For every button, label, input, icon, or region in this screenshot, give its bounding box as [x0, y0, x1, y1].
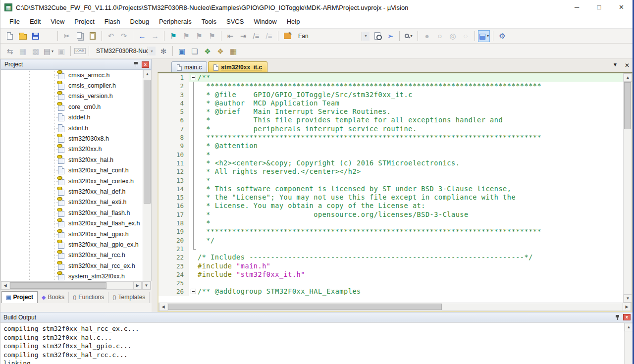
- tree-item[interactable]: stdint.h: [1, 123, 151, 133]
- project-tree-horizontal-scrollbar[interactable]: ◀ ▶ ▼: [0, 281, 151, 290]
- configure-wrench-icon[interactable]: ⚙: [496, 30, 508, 42]
- code-text[interactable]: ****************************************…: [198, 133, 623, 142]
- menu-help[interactable]: Help: [282, 16, 305, 27]
- breakpoint-enable-icon[interactable]: ○: [434, 30, 446, 42]
- line-number[interactable]: 11: [158, 159, 189, 167]
- find-document-icon[interactable]: [371, 30, 383, 42]
- unindent-icon[interactable]: ⇤: [224, 30, 236, 42]
- code-line[interactable]: 1/**: [158, 73, 623, 82]
- scroll-down-icon[interactable]: ▼: [142, 281, 151, 290]
- panel-tab-functions[interactable]: ()Functions: [69, 292, 108, 303]
- code-text[interactable]: /** @addtogroup STM32F0xx_HAL_Examples: [198, 287, 623, 296]
- code-line[interactable]: 16 * License. You may obtain a copy of t…: [158, 202, 623, 210]
- line-number[interactable]: 14: [158, 185, 189, 193]
- line-number[interactable]: 15: [158, 193, 189, 202]
- line-number[interactable]: 2: [158, 82, 189, 90]
- find-in-files-icon[interactable]: [281, 30, 293, 42]
- scroll-up-icon[interactable]: ▲: [624, 73, 632, 82]
- breakpoint-kill-all-icon[interactable]: ◌: [460, 30, 472, 42]
- menu-project[interactable]: Project: [69, 16, 99, 27]
- code-text[interactable]: *: [198, 151, 623, 159]
- line-number[interactable]: 25: [158, 279, 189, 287]
- scrollbar-thumb[interactable]: [144, 80, 151, 204]
- bookmark-clear-icon[interactable]: ⚑: [206, 30, 218, 42]
- code-line[interactable]: 10 *: [158, 151, 623, 159]
- code-text[interactable]: * opensource.org/licenses/BSD-3-Clause: [198, 210, 623, 219]
- code-line[interactable]: 12 * All rights reserved.</center></h2>: [158, 167, 623, 176]
- select-software-packs-icon[interactable]: ❖: [214, 45, 226, 57]
- comment-selection-icon[interactable]: /≡: [250, 30, 262, 42]
- code-line[interactable]: 2 **************************************…: [158, 82, 623, 90]
- new-file-icon[interactable]: [4, 30, 16, 42]
- code-line[interactable]: 21: [158, 245, 623, 253]
- translate-file-icon[interactable]: ⇆: [4, 45, 16, 57]
- magnifier-icon[interactable]: ▾: [403, 30, 415, 42]
- tree-item[interactable]: stm32f0xx_hal_flash_ex.h: [1, 218, 151, 228]
- rebuild-icon[interactable]: ▩: [30, 45, 42, 57]
- navigate-forward-icon[interactable]: →: [149, 30, 161, 42]
- tree-item[interactable]: stm32f0xx_hal_gpio_ex.h: [1, 239, 151, 250]
- indent-icon[interactable]: ⇥: [237, 30, 249, 42]
- minimize-button[interactable]: ─: [566, 0, 588, 14]
- debug-session-icon[interactable]: ➢: [384, 30, 396, 42]
- line-number[interactable]: 4: [158, 99, 189, 107]
- menu-debug[interactable]: Debug: [125, 16, 154, 27]
- code-text[interactable]: * License. You may obtain a copy of the …: [198, 202, 623, 210]
- line-number[interactable]: 19: [158, 227, 189, 236]
- code-text[interactable]: [198, 279, 623, 287]
- tree-item[interactable]: stm32f0xx_hal_def.h: [1, 186, 151, 197]
- chevron-down-icon[interactable]: ▾: [487, 34, 489, 38]
- download-load-icon[interactable]: LOAD: [74, 45, 86, 57]
- redo-icon[interactable]: ↷: [118, 30, 130, 42]
- code-text[interactable]: * @author MCD Application Team: [198, 99, 623, 107]
- code-line[interactable]: 13 *: [158, 176, 623, 185]
- line-number[interactable]: 22: [158, 253, 189, 261]
- code-text[interactable]: #include "main.h": [198, 262, 623, 270]
- panel-tab-books[interactable]: ◆Books: [38, 292, 69, 303]
- menu-tools[interactable]: Tools: [197, 16, 221, 27]
- tree-item[interactable]: cmsis_version.h: [1, 91, 151, 102]
- editor-tab-main.c[interactable]: main.c: [171, 61, 207, 72]
- tree-item[interactable]: stm32f0xx_hal.h: [1, 155, 151, 165]
- line-number[interactable]: 5: [158, 107, 189, 116]
- scroll-left-icon[interactable]: ◀: [159, 303, 167, 311]
- line-number[interactable]: 3: [158, 91, 189, 99]
- cut-icon[interactable]: ✂: [61, 30, 73, 42]
- code-text[interactable]: * <h2><center>&copy; Copyright (c) 2016 …: [198, 159, 623, 167]
- tree-item[interactable]: stm32f0xx_hal_conf.h: [1, 165, 151, 176]
- tree-item[interactable]: stm32f030x8.h: [1, 133, 151, 144]
- tree-item[interactable]: stm32f0xx_hal_flash.h: [1, 208, 151, 218]
- close-button[interactable]: ✕: [610, 0, 633, 14]
- line-number[interactable]: 20: [158, 236, 189, 245]
- tree-item[interactable]: stm32f0xx_hal_rcc_ex.h: [1, 260, 151, 271]
- code-text[interactable]: * All rights reserved.</center></h2>: [198, 167, 623, 176]
- menu-peripherals[interactable]: Peripherals: [154, 16, 197, 27]
- code-text[interactable]: *: [198, 219, 623, 227]
- code-line[interactable]: 9 * @attention: [158, 142, 623, 150]
- breakpoint-insert-icon[interactable]: ●: [421, 30, 433, 42]
- line-number[interactable]: 9: [158, 142, 189, 150]
- editor-close-icon[interactable]: ✕: [625, 62, 630, 69]
- tree-item[interactable]: cmsis_compiler.h: [1, 80, 151, 91]
- build-output-vertical-scrollbar[interactable]: ▲: [624, 323, 633, 364]
- scrollbar-thumb[interactable]: [168, 304, 442, 310]
- code-line[interactable]: 11 * <h2><center>&copy; Copyright (c) 20…: [158, 159, 623, 167]
- code-text[interactable]: * @attention: [198, 142, 623, 150]
- tree-item[interactable]: stm32f0xx_hal_cortex.h: [1, 176, 151, 186]
- line-number[interactable]: 16: [158, 202, 189, 210]
- code-text[interactable]: #include "stm32f0xx_it.h": [198, 270, 623, 279]
- scroll-up-icon[interactable]: ▲: [143, 70, 152, 78]
- stop-build-icon[interactable]: ▣: [55, 45, 67, 57]
- bookmark-prev-icon[interactable]: ⚑: [180, 30, 192, 42]
- scroll-right-icon[interactable]: ▶: [133, 281, 142, 290]
- menu-flash[interactable]: Flash: [100, 16, 125, 27]
- batch-build-icon[interactable]: ▤▾: [43, 45, 54, 57]
- code-line[interactable]: 7 * peripherals interrupt service routin…: [158, 125, 623, 133]
- project-tree-vertical-scrollbar[interactable]: ▲: [143, 70, 151, 281]
- line-number[interactable]: 7: [158, 125, 189, 133]
- code-text[interactable]: [198, 245, 623, 253]
- manage-rte-icon[interactable]: ❖: [202, 45, 213, 57]
- code-line[interactable]: 4 * @author MCD Application Team: [158, 99, 623, 107]
- tree-item[interactable]: system_stm32f0xx.h: [1, 271, 151, 281]
- editor-horizontal-scrollbar[interactable]: ◀ ▶: [158, 303, 632, 311]
